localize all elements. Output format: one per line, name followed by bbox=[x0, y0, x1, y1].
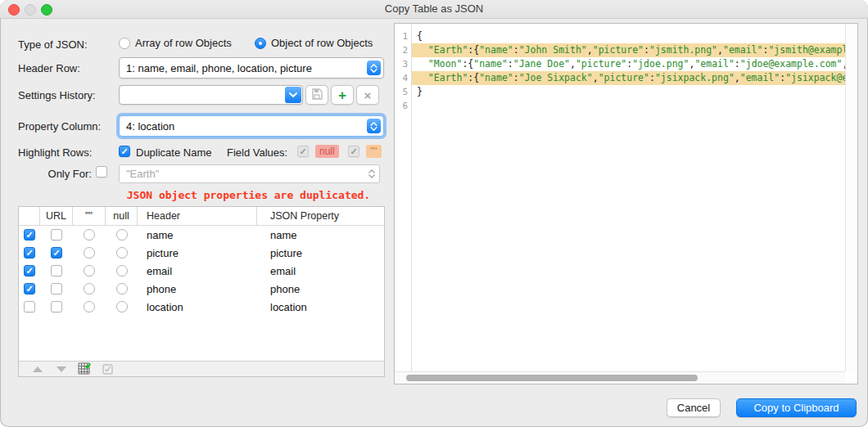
json-line bbox=[412, 99, 845, 113]
add-settings-button[interactable]: + bbox=[331, 85, 354, 105]
table-row: ✓✓picturepicture bbox=[19, 244, 384, 262]
chevron-down-icon[interactable] bbox=[285, 87, 301, 103]
table-row: ✓phonephone bbox=[19, 280, 384, 298]
empty-string-radio[interactable] bbox=[84, 283, 95, 294]
radio-object-of-row-objects[interactable]: Object of row Objects bbox=[255, 37, 373, 49]
json-preview-panel: 123456 { "Earth":{"name":"John Smith","p… bbox=[394, 23, 858, 384]
url-checkbox[interactable] bbox=[51, 301, 62, 312]
json-line: } bbox=[412, 85, 845, 99]
null-radio[interactable] bbox=[116, 247, 128, 258]
json-line-highlighted: "Earth":{"name":"John Smith","picture":"… bbox=[412, 43, 845, 57]
header-cell: phone bbox=[138, 280, 257, 298]
json-line: "Moon":{"name":"Jane Doe","picture":"jdo… bbox=[412, 57, 845, 71]
null-radio[interactable] bbox=[116, 283, 128, 294]
copy-table-as-json-dialog: Copy Table as JSON Type of JSON: Array o… bbox=[0, 0, 868, 427]
column-header: JSON Property bbox=[257, 207, 384, 225]
table-row: ✓emailemail bbox=[19, 262, 384, 280]
radio-label: Array of row Objects bbox=[135, 37, 232, 49]
empty-string-radio[interactable] bbox=[84, 247, 95, 258]
chevron-up-down-icon bbox=[367, 61, 381, 75]
delete-settings-button: × bbox=[356, 85, 379, 105]
chevron-up-down-icon bbox=[368, 165, 375, 182]
vertical-scrollbar[interactable] bbox=[845, 24, 857, 371]
empty-values-checkbox: ✓ bbox=[348, 146, 359, 157]
column-header: null bbox=[106, 207, 138, 225]
null-values-checkbox: ✓ bbox=[297, 146, 309, 157]
json-line: { bbox=[412, 29, 845, 43]
only-for-checkbox[interactable] bbox=[96, 166, 107, 178]
property-column-label: Property Column: bbox=[18, 120, 101, 133]
column-header: URL bbox=[40, 207, 73, 225]
url-checkbox[interactable] bbox=[51, 265, 62, 276]
json-property-cell[interactable]: picture bbox=[257, 244, 384, 262]
line-number: 5 bbox=[395, 85, 411, 99]
line-number: 4 bbox=[395, 71, 411, 85]
url-checkbox[interactable]: ✓ bbox=[51, 247, 62, 258]
json-property-cell[interactable]: name bbox=[257, 226, 384, 244]
select-all-columns-icon[interactable] bbox=[78, 362, 91, 375]
column-mapping-table: URL""nullHeaderJSON Property ✓namename✓✓… bbox=[18, 206, 385, 377]
json-property-cell[interactable]: phone bbox=[257, 280, 384, 298]
toggle-checked-icon bbox=[102, 364, 113, 375]
empty-string-badge: "" bbox=[366, 145, 382, 158]
enable-checkbox[interactable]: ✓ bbox=[24, 247, 35, 258]
property-column-select[interactable]: 4: location bbox=[119, 115, 384, 137]
radio-label: Object of row Objects bbox=[271, 37, 373, 49]
titlebar: Copy Table as JSON bbox=[0, 0, 868, 19]
url-checkbox[interactable] bbox=[51, 229, 62, 240]
enable-checkbox[interactable] bbox=[24, 301, 35, 312]
column-header: "" bbox=[73, 207, 106, 225]
horizontal-scrollbar[interactable] bbox=[395, 371, 845, 384]
window-title: Copy Table as JSON bbox=[0, 0, 868, 18]
header-cell: picture bbox=[138, 244, 257, 262]
enable-checkbox[interactable]: ✓ bbox=[24, 283, 35, 294]
only-for-combo[interactable]: "Earth" bbox=[119, 164, 380, 183]
property-column-value: 4: location bbox=[126, 116, 174, 136]
enable-checkbox[interactable]: ✓ bbox=[24, 229, 35, 240]
column-header bbox=[19, 207, 40, 225]
table-row: locationlocation bbox=[19, 298, 384, 316]
plus-icon: + bbox=[338, 88, 346, 102]
only-for-placeholder: "Earth" bbox=[126, 165, 159, 182]
radio-array-of-row-objects[interactable]: Array of row Objects bbox=[119, 37, 232, 49]
settings-history-combo[interactable] bbox=[119, 85, 303, 105]
json-property-cell[interactable]: location bbox=[257, 298, 384, 316]
copy-to-clipboard-button[interactable]: Copy to Clipboard bbox=[736, 398, 857, 417]
radio-icon[interactable] bbox=[119, 38, 130, 49]
highlight-rows-label: Highlight Rows: bbox=[18, 146, 92, 159]
only-for-label: Only For: bbox=[33, 168, 92, 180]
close-icon: × bbox=[364, 89, 372, 101]
null-radio[interactable] bbox=[116, 229, 128, 240]
duplicate-properties-warning: JSON object properties are duplicated. bbox=[119, 189, 378, 201]
empty-string-radio[interactable] bbox=[84, 265, 95, 276]
line-number: 6 bbox=[395, 99, 411, 113]
column-header: Header bbox=[138, 207, 257, 225]
json-code-area[interactable]: { "Earth":{"name":"John Smith","picture"… bbox=[412, 24, 845, 371]
empty-string-radio[interactable] bbox=[84, 229, 95, 240]
horizontal-scrollbar-thumb[interactable] bbox=[406, 375, 698, 381]
header-cell: location bbox=[138, 298, 257, 316]
save-icon bbox=[311, 88, 323, 102]
null-radio[interactable] bbox=[116, 265, 128, 276]
url-checkbox[interactable] bbox=[51, 283, 62, 294]
radio-icon[interactable] bbox=[255, 38, 266, 49]
line-number: 3 bbox=[395, 57, 411, 71]
table-header-row: URL""nullHeaderJSON Property bbox=[19, 207, 384, 226]
null-radio[interactable] bbox=[116, 301, 128, 312]
line-number: 1 bbox=[395, 29, 411, 43]
save-settings-button bbox=[305, 85, 328, 105]
header-row-value: 1: name, email, phone, location, picture bbox=[126, 58, 312, 78]
cancel-button[interactable]: Cancel bbox=[667, 398, 721, 417]
empty-string-radio[interactable] bbox=[84, 301, 95, 312]
duplicate-name-label: Duplicate Name bbox=[136, 146, 212, 159]
json-property-cell[interactable]: email bbox=[257, 262, 384, 280]
header-row-select[interactable]: 1: name, email, phone, location, picture bbox=[119, 57, 384, 79]
duplicate-name-checkbox[interactable]: ✓ bbox=[119, 146, 130, 157]
settings-history-label: Settings History: bbox=[18, 89, 96, 101]
null-badge: null bbox=[315, 145, 339, 158]
table-row: ✓namename bbox=[19, 226, 384, 244]
field-values-label: Field Values: bbox=[227, 146, 287, 159]
enable-checkbox[interactable]: ✓ bbox=[24, 265, 35, 276]
header-cell: name bbox=[138, 226, 257, 244]
chevron-up-down-icon bbox=[367, 119, 381, 133]
